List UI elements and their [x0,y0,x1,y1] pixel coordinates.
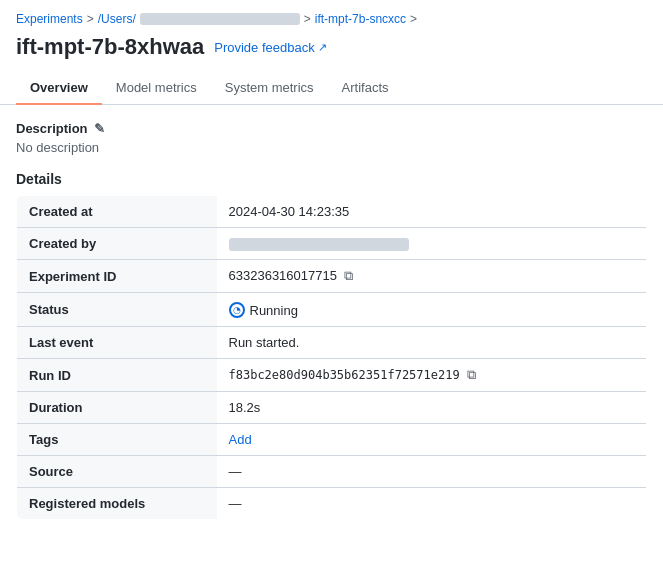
description-label: Description [16,121,88,136]
table-row: Created at 2024-04-30 14:23:35 [17,196,647,228]
run-link[interactable]: ift-mpt-7b-sncxcc [315,12,406,26]
row-value-created-by [217,228,647,260]
description-section: Description ✎ No description [16,121,647,155]
provide-feedback-link[interactable]: Provide feedback ↗ [214,40,326,55]
row-value-registered-models: — [217,488,647,520]
breadcrumb-sep-1: > [87,12,94,26]
feedback-label: Provide feedback [214,40,314,55]
row-key-run-id: Run ID [17,359,217,392]
tab-overview[interactable]: Overview [16,72,102,105]
breadcrumb-blurred [140,13,300,25]
status-badge: ◔ Running [229,302,298,318]
breadcrumb: Experiments > /Users/ > ift-mpt-7b-sncxc… [0,0,663,30]
details-table: Created at 2024-04-30 14:23:35 Created b… [16,195,647,520]
table-row: Last event Run started. [17,327,647,359]
tab-system-metrics[interactable]: System metrics [211,72,328,105]
table-row: Tags Add [17,424,647,456]
row-key-created-by: Created by [17,228,217,260]
row-value-run-id: f83bc2e80d904b35b62351f72571e219 ⧉ [217,359,647,392]
row-key-registered-models: Registered models [17,488,217,520]
page-header: ift-mpt-7b-8xhwaa Provide feedback ↗ [0,30,663,72]
edit-icon[interactable]: ✎ [94,121,105,136]
row-value-last-event: Run started. [217,327,647,359]
table-row: Duration 18.2s [17,392,647,424]
breadcrumb-sep-3: > [410,12,417,26]
row-value-source: — [217,456,647,488]
row-value-status: ◔ Running [217,293,647,327]
tab-artifacts[interactable]: Artifacts [328,72,403,105]
row-key-created-at: Created at [17,196,217,228]
row-key-status: Status [17,293,217,327]
row-key-duration: Duration [17,392,217,424]
users-link[interactable]: /Users/ [98,12,136,26]
row-key-experiment-id: Experiment ID [17,260,217,293]
row-key-tags: Tags [17,424,217,456]
created-by-blurred [229,238,409,251]
description-header: Description ✎ [16,121,647,136]
row-value-created-at: 2024-04-30 14:23:35 [217,196,647,228]
table-row: Created by [17,228,647,260]
add-tag-link[interactable]: Add [229,432,252,447]
table-row: Run ID f83bc2e80d904b35b62351f72571e219 … [17,359,647,392]
table-row: Status ◔ Running [17,293,647,327]
no-description-text: No description [16,140,647,155]
tab-model-metrics[interactable]: Model metrics [102,72,211,105]
copy-run-id-button[interactable]: ⧉ [464,367,479,383]
copy-experiment-id-button[interactable]: ⧉ [341,268,356,284]
table-row: Experiment ID 633236316017715 ⧉ [17,260,647,293]
breadcrumb-sep-2: > [304,12,311,26]
external-link-icon: ↗ [318,41,327,54]
page-title: ift-mpt-7b-8xhwaa [16,34,204,60]
experiment-id-value: 633236316017715 [229,268,337,283]
details-title: Details [16,171,647,187]
status-text: Running [250,303,298,318]
tabs-container: Overview Model metrics System metrics Ar… [0,72,663,105]
table-row: Registered models — [17,488,647,520]
status-clock-icon: ◔ [229,302,245,318]
content-area: Description ✎ No description Details Cre… [0,105,663,536]
run-id-value: f83bc2e80d904b35b62351f72571e219 ⧉ [229,367,479,383]
row-key-source: Source [17,456,217,488]
row-value-experiment-id: 633236316017715 ⧉ [217,260,647,293]
row-value-tags: Add [217,424,647,456]
row-value-duration: 18.2s [217,392,647,424]
row-key-last-event: Last event [17,327,217,359]
table-row: Source — [17,456,647,488]
experiments-link[interactable]: Experiments [16,12,83,26]
